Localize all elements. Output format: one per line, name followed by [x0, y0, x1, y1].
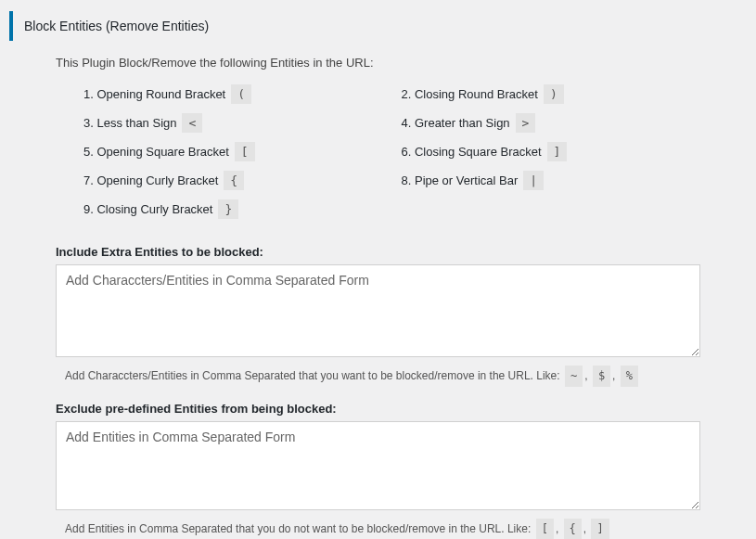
entity-label: 4. Greater than Sign [402, 116, 510, 130]
entity-label: 8. Pipe or Vertical Bar [402, 173, 519, 187]
content-area: This Plugin Block/Remove the following E… [0, 56, 756, 539]
entity-item: 5. Opening Square Bracket [ [83, 142, 383, 161]
helper-char-box: ] [591, 519, 609, 539]
entity-char-box: | [523, 171, 544, 190]
helper-char-box: [ [536, 519, 554, 539]
entity-item: 8. Pipe or Vertical Bar | [402, 171, 701, 190]
include-label: Include Extra Entities to be blocked: [56, 245, 700, 259]
entity-item: 4. Greater than Sign > [402, 113, 701, 133]
exclude-block: Exclude pre-defined Entities from being … [56, 402, 700, 513]
entity-label: 9. Closing Curly Bracket [83, 202, 212, 216]
entity-label: 5. Opening Square Bracket [83, 145, 229, 159]
heading-title: Block Entities (Remove Entities) [24, 19, 209, 33]
entities-list: 1. Opening Round Bracket ( 2. Closing Ro… [83, 84, 700, 219]
entity-item: 7. Opening Curly Bracket { [83, 171, 383, 190]
entity-item: 9. Closing Curly Bracket } [83, 199, 383, 219]
exclude-label: Exclude pre-defined Entities from being … [56, 402, 700, 416]
exclude-textarea[interactable] [56, 421, 700, 510]
include-helper: Add Characcters/Entities in Comma Separa… [65, 366, 700, 387]
entity-char-box: } [218, 199, 238, 219]
panel-heading: Block Entities (Remove Entities) [9, 11, 756, 41]
include-textarea[interactable] [56, 264, 700, 357]
entity-item: 1. Opening Round Bracket ( [83, 84, 383, 104]
entity-char-box: > [516, 113, 536, 133]
entity-char-box: ] [547, 142, 568, 161]
entity-label: 2. Closing Round Bracket [402, 87, 538, 101]
entity-char-box: < [182, 113, 202, 133]
helper-char-box: % [621, 366, 638, 387]
intro-text: This Plugin Block/Remove the following E… [56, 56, 700, 70]
entity-char-box: ( [231, 84, 251, 104]
entity-char-box: [ [235, 142, 255, 161]
entity-label: 3. Less than Sign [83, 116, 176, 130]
entity-item: 2. Closing Round Bracket ) [402, 84, 701, 104]
helper-char-box: ~ [565, 366, 583, 387]
include-block: Include Extra Entities to be blocked: [56, 245, 700, 360]
entity-label: 1. Opening Round Bracket [83, 87, 225, 101]
entity-item: 3. Less than Sign < [83, 113, 383, 133]
entity-label: 7. Opening Curly Bracket [83, 173, 218, 187]
entity-char-box: { [224, 171, 244, 190]
entity-item: 6. Closing Square Bracket ] [402, 142, 701, 161]
helper-char-box: { [564, 519, 582, 539]
exclude-helper: Add Entities in Comma Separated that you… [65, 519, 700, 539]
entity-char-box: ) [544, 84, 564, 104]
helper-char-box: $ [593, 366, 610, 387]
entity-label: 6. Closing Square Bracket [402, 145, 542, 159]
